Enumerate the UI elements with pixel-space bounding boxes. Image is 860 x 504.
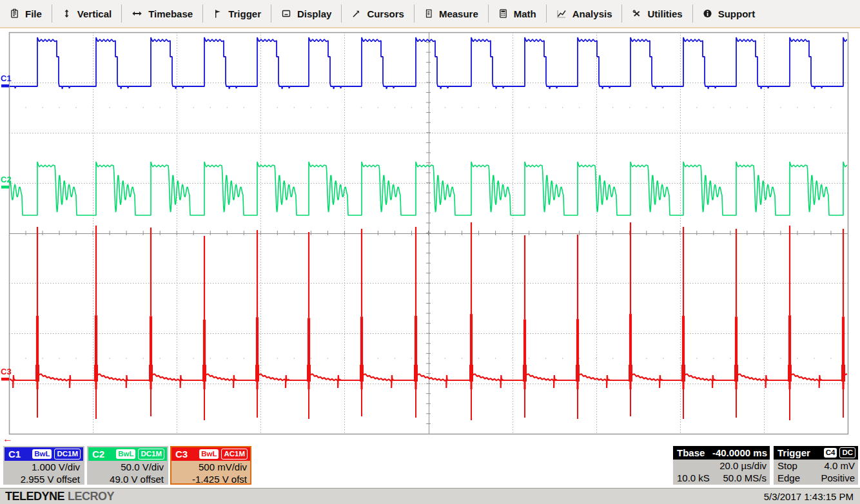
menu-bar: File Vertical Timebase Trigger (0, 0, 860, 28)
trigger-label: Trigger (777, 447, 810, 458)
descriptor-row: C1 BwL DC1M 1.000 V/div 2.955 V offset C… (0, 445, 860, 488)
channel-header: C1 BwL DC1M (5, 447, 83, 461)
bandwidth-limit-badge: BwL (32, 449, 52, 459)
vertical-arrows-icon (62, 8, 72, 19)
bandwidth-limit-badge: BwL (199, 449, 219, 459)
trigger-slope: Positive (821, 472, 855, 484)
coupling-badge: AC1M (221, 449, 248, 460)
trigger-type: Edge (777, 472, 800, 484)
menu-item-measure[interactable]: Measure (414, 5, 488, 23)
menu-item-label: Measure (439, 8, 478, 19)
menu-item-label: File (25, 8, 42, 19)
channel-header: C2 BwL DC1M (88, 447, 167, 461)
timebase-samples: 10.0 kS (677, 472, 710, 484)
channel-offset: -1.425 V ofst (171, 473, 250, 485)
menu-item-label: Timebase (148, 8, 193, 19)
menu-item-utilities[interactable]: Utilities (621, 5, 692, 23)
channel-id: C2 (92, 449, 113, 460)
menu-item-math[interactable]: Math (488, 5, 546, 23)
trigger-header: Trigger C4 DC (774, 446, 858, 460)
channel-label-c1: C1 (1, 74, 12, 83)
channel-scale: 500 mV/div (171, 461, 250, 473)
timebase-label: Tbase (677, 447, 705, 458)
monitor-icon (281, 8, 291, 19)
info-circle-icon (703, 8, 712, 19)
datetime: 5/3/2017 1:43:15 PM (764, 491, 855, 502)
coupling-badge: DC1M (54, 449, 81, 460)
menu-item-label: Trigger (228, 8, 261, 19)
menu-item-label: Analysis (572, 8, 612, 19)
menu-item-cursors[interactable]: Cursors (341, 5, 414, 23)
page-icon (424, 8, 433, 19)
menu-item-display[interactable]: Display (271, 5, 341, 23)
menu-item-timebase[interactable]: Timebase (121, 5, 202, 23)
timebase-body: 20.0 µs/div 10.0 kS 50.0 MS/s (673, 460, 770, 485)
clipboard-icon (10, 8, 19, 19)
timebase-rate: 50.0 MS/s (723, 472, 767, 484)
menu-item-label: Vertical (77, 8, 112, 19)
channel-id: C1 (8, 449, 30, 460)
channel-descriptor-c2[interactable]: C2 BwL DC1M 50.0 V/div 49.0 V offset (87, 446, 168, 485)
trigger-level: 4.0 mV (824, 460, 855, 472)
menu-item-file[interactable]: File (0, 5, 52, 23)
pointer-arrow-icon (351, 8, 361, 19)
menu-item-label: Utilities (647, 8, 682, 19)
menu-item-label: Cursors (367, 8, 404, 19)
channel-offset: 2.955 V offset (5, 473, 83, 485)
menu-item-analysis[interactable]: Analysis (546, 5, 622, 23)
horizontal-arrows-icon (132, 8, 142, 19)
bandwidth-limit-badge: BwL (116, 449, 135, 459)
trigger-coupling-badge: DC (839, 447, 855, 458)
channel-id: C3 (175, 449, 197, 460)
menu-item-trigger[interactable]: Trigger (202, 5, 271, 23)
menu-item-support[interactable]: Support (692, 5, 765, 23)
trigger-body: Stop 4.0 mV Edge Positive (774, 460, 858, 485)
flag-icon (213, 8, 222, 19)
channel-header: C3 BwL AC1M (171, 447, 250, 461)
channel-offset: 49.0 V offset (88, 473, 167, 485)
waveform-display: C1 C2 C3 ← (0, 28, 860, 445)
menu-item-label: Math (514, 8, 536, 19)
menu-item-label: Display (297, 8, 331, 19)
status-bar: TELEDYNELECROY 5/3/2017 1:43:15 PM (0, 488, 860, 504)
trigger-source-badge: C4 (824, 448, 837, 458)
channel-label-c2: C2 (1, 175, 12, 184)
channel-scale: 50.0 V/div (88, 461, 167, 473)
coupling-badge: DC1M (138, 449, 164, 460)
timebase-value: -40.0000 ms (712, 447, 767, 458)
channel-label-c3: C3 (1, 367, 12, 376)
brand-secondary: LECROY (68, 490, 114, 503)
menu-item-label: Support (718, 8, 756, 19)
timebase-header: Tbase -40.0000 ms (673, 446, 770, 460)
trigger-position-arrow-icon: ← (3, 433, 13, 445)
trigger-descriptor[interactable]: Trigger C4 DC Stop 4.0 mV Edge Positive (774, 446, 858, 485)
channel-descriptor-c3[interactable]: C3 BwL AC1M 500 mV/div -1.425 V ofst (170, 446, 251, 485)
brand-logo: TELEDYNELECROY (5, 490, 114, 503)
channel-scale: 1.000 V/div (5, 461, 83, 473)
calculator-icon (498, 8, 508, 19)
channel-descriptor-c1[interactable]: C1 BwL DC1M 1.000 V/div 2.955 V offset (3, 446, 84, 485)
brand-primary: TELEDYNE (5, 490, 64, 503)
timebase-per-div: 20.0 µs/div (719, 460, 767, 472)
menu-item-vertical[interactable]: Vertical (52, 5, 121, 23)
timebase-descriptor[interactable]: Tbase -40.0000 ms 20.0 µs/div 10.0 kS 50… (673, 446, 770, 485)
line-chart-icon (556, 8, 567, 19)
waveform-canvas (0, 28, 860, 445)
crossed-tools-icon (632, 8, 641, 19)
trigger-mode: Stop (777, 460, 797, 472)
